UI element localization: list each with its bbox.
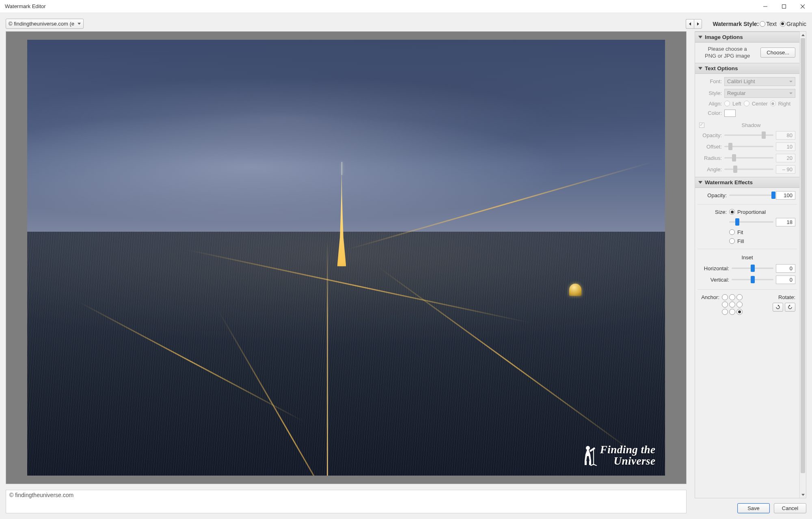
- next-image-button[interactable]: [694, 19, 702, 29]
- caption-input[interactable]: © findingtheuniverse.com: [6, 490, 687, 513]
- size-slider[interactable]: [729, 219, 773, 225]
- anchor-br-radio[interactable]: [736, 309, 743, 315]
- align-label: Align:: [699, 101, 722, 107]
- shadow-offset-input: [776, 142, 795, 151]
- inset-vertical-slider[interactable]: [732, 276, 773, 283]
- section-watermark-effects-title: Watermark Effects: [705, 179, 753, 185]
- align-right-radio: [770, 101, 776, 106]
- anchor-ml-radio[interactable]: [722, 301, 728, 308]
- preview-canvas[interactable]: Finding the Universe: [6, 31, 687, 484]
- minimize-button[interactable]: [756, 0, 775, 13]
- align-center-label: Center: [752, 101, 768, 107]
- font-dropdown: Calibri Light: [724, 77, 795, 86]
- color-label: Color:: [699, 110, 722, 116]
- inset-vertical-label: Vertical:: [699, 277, 729, 283]
- watermark-line2: Universe: [613, 455, 655, 467]
- watermark-style-label: Watermark Style:: [713, 21, 759, 27]
- maximize-button[interactable]: [775, 0, 793, 13]
- shadow-angle-label: Angle:: [699, 166, 722, 172]
- inset-vertical-input[interactable]: [776, 276, 795, 284]
- anchor-tr-radio[interactable]: [736, 294, 743, 300]
- size-fit-radio[interactable]: [729, 229, 735, 235]
- text-color-swatch: [724, 110, 736, 117]
- shadow-offset-slider: [724, 143, 773, 150]
- window-title: Watermark Editor: [5, 3, 46, 9]
- rotate-label: Rotate:: [778, 294, 795, 300]
- svg-marker-4: [689, 22, 691, 26]
- svg-marker-5: [697, 22, 699, 26]
- shadow-radius-slider: [724, 155, 773, 161]
- panel-scrollbar[interactable]: [799, 32, 806, 498]
- inset-horizontal-input[interactable]: [776, 264, 795, 273]
- size-fill-radio[interactable]: [729, 238, 735, 244]
- wm-opacity-slider[interactable]: [729, 192, 773, 198]
- anchor-mc-radio[interactable]: [729, 301, 735, 308]
- section-watermark-effects-header[interactable]: Watermark Effects: [695, 177, 799, 188]
- section-image-options-title: Image Options: [705, 34, 743, 40]
- disclosure-triangle-icon: [698, 36, 702, 39]
- image-hint: Please choose a PNG or JPG image: [699, 46, 756, 60]
- size-fit-label: Fit: [737, 229, 743, 235]
- scroll-up-button[interactable]: [800, 32, 806, 38]
- shadow-opacity-label: Opacity:: [699, 132, 722, 138]
- watermark-overlay: Finding the Universe: [578, 444, 656, 467]
- close-button[interactable]: [793, 0, 812, 13]
- choose-image-button[interactable]: Choose...: [760, 47, 795, 58]
- anchor-bl-radio[interactable]: [722, 309, 728, 315]
- wm-opacity-label: Opacity:: [699, 192, 727, 198]
- style-label: Style:: [699, 90, 722, 96]
- size-proportional-label: Proportional: [737, 209, 766, 215]
- size-proportional-radio[interactable]: [729, 209, 735, 215]
- save-button[interactable]: Save: [737, 503, 770, 513]
- svg-rect-1: [782, 4, 786, 8]
- preview-image: Finding the Universe: [27, 40, 665, 476]
- anchor-bc-radio[interactable]: [729, 309, 735, 315]
- shadow-offset-label: Offset:: [699, 144, 722, 150]
- watermark-line1: Finding the: [600, 444, 656, 455]
- font-label: Font:: [699, 78, 722, 84]
- svg-line-11: [594, 464, 597, 466]
- titlebar: Watermark Editor: [0, 0, 812, 13]
- section-text-options-header[interactable]: Text Options: [695, 63, 799, 74]
- align-center-radio: [744, 101, 749, 106]
- photographer-icon: [578, 445, 598, 466]
- scrollbar-thumb[interactable]: [801, 38, 805, 473]
- svg-rect-8: [589, 461, 591, 465]
- section-image-options-header[interactable]: Image Options: [695, 32, 799, 43]
- size-input[interactable]: [776, 218, 795, 226]
- align-right-label: Right: [778, 101, 790, 107]
- watermark-style-group: Watermark Style: Text Graphic: [713, 21, 806, 27]
- shadow-checkbox: [699, 123, 704, 128]
- shadow-radius-input: [776, 154, 795, 162]
- shadow-angle-input: [776, 165, 795, 174]
- anchor-tc-radio[interactable]: [729, 294, 735, 300]
- chevron-down-icon: [789, 93, 793, 94]
- anchor-tl-radio[interactable]: [722, 294, 728, 300]
- cancel-button[interactable]: Cancel: [774, 503, 806, 513]
- svg-rect-7: [585, 461, 587, 465]
- disclosure-triangle-icon: [698, 67, 702, 70]
- rotate-ccw-button[interactable]: [785, 303, 795, 312]
- svg-point-6: [586, 446, 590, 450]
- align-left-radio: [724, 101, 730, 106]
- anchor-grid: [722, 294, 743, 315]
- preset-value: © findingtheuniverse.com (e: [9, 21, 74, 27]
- prev-image-button[interactable]: [686, 19, 694, 29]
- size-label: Size:: [699, 209, 727, 215]
- chevron-down-icon: [789, 81, 793, 82]
- shadow-radius-label: Radius:: [699, 155, 722, 161]
- inset-horizontal-slider[interactable]: [732, 265, 773, 271]
- shadow-opacity-slider: [724, 132, 773, 138]
- anchor-mr-radio[interactable]: [736, 301, 743, 308]
- section-text-options-title: Text Options: [705, 65, 738, 71]
- shadow-angle-slider: [724, 166, 773, 172]
- preset-dropdown[interactable]: © findingtheuniverse.com (e: [6, 19, 84, 29]
- shadow-opacity-input: [776, 131, 795, 140]
- style-graphic-radio[interactable]: [780, 21, 786, 27]
- wm-opacity-input[interactable]: [776, 191, 795, 200]
- style-text-label: Text: [766, 21, 777, 27]
- scroll-down-button[interactable]: [800, 491, 806, 498]
- style-text-radio[interactable]: [760, 21, 765, 27]
- rotate-cw-button[interactable]: [773, 303, 783, 312]
- anchor-label: Anchor:: [699, 294, 719, 300]
